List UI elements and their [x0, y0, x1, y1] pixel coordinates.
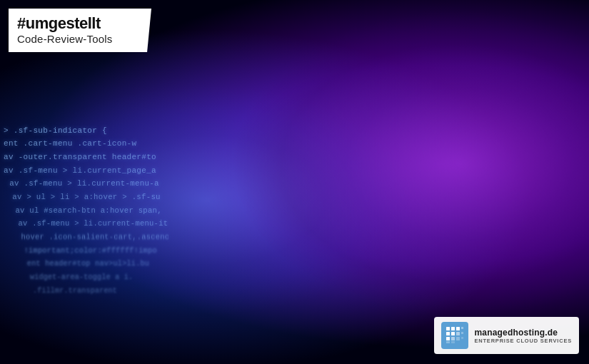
- logo-text: managedhosting.de ENTERPRISE CLOUD SERVI…: [474, 328, 572, 344]
- svg-rect-5: [456, 332, 460, 335]
- svg-rect-10: [461, 332, 463, 334]
- svg-rect-0: [446, 327, 450, 330]
- logo-icon: [441, 322, 468, 349]
- svg-rect-9: [461, 327, 463, 329]
- logo-tagline: ENTERPRISE CLOUD SERVICES: [474, 338, 572, 344]
- svg-rect-8: [456, 337, 460, 340]
- main-container: > .sf-sub-indicator { ent .cart-menu .ca…: [0, 0, 589, 364]
- svg-rect-1: [451, 327, 455, 330]
- title-box: #umgestellt Code-Review-Tools: [9, 9, 151, 52]
- svg-rect-4: [451, 332, 455, 335]
- svg-rect-11: [461, 337, 463, 339]
- svg-rect-2: [456, 327, 460, 330]
- page-title-hashtag: #umgestellt: [17, 14, 140, 33]
- logo-name: managedhosting.de: [474, 328, 572, 338]
- svg-rect-7: [451, 337, 455, 340]
- svg-rect-13: [451, 341, 455, 343]
- svg-rect-6: [446, 337, 450, 340]
- svg-rect-12: [446, 341, 450, 343]
- logo-badge: managedhosting.de ENTERPRISE CLOUD SERVI…: [434, 317, 579, 354]
- page-title-subtitle: Code-Review-Tools: [17, 33, 140, 45]
- svg-rect-3: [446, 332, 450, 335]
- purple-glow: [0, 0, 589, 364]
- logo-svg: [445, 325, 465, 345]
